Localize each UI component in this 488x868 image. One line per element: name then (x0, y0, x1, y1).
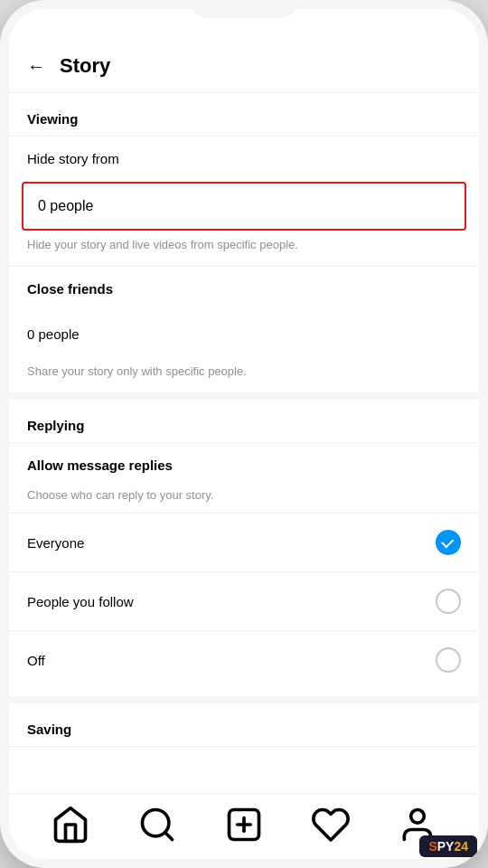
close-friends-heading: Close friends (9, 267, 479, 312)
nav-heart[interactable] (311, 805, 351, 844)
content-area: Viewing Hide story from 0 people Hide yo… (9, 93, 479, 793)
hide-story-heading: Hide story from (9, 137, 479, 182)
heart-icon (311, 805, 351, 844)
home-icon (51, 805, 90, 844)
radio-off-circle (436, 647, 461, 673)
radio-off-label: Off (27, 653, 45, 668)
spy24-badge: SPY24 (419, 835, 477, 857)
hide-story-people-box[interactable]: 0 people (22, 182, 466, 231)
radio-off[interactable]: Off (9, 631, 479, 689)
radio-people-follow-circle (436, 589, 461, 614)
radio-everyone[interactable]: Everyone (9, 514, 479, 571)
radio-everyone-circle (436, 530, 461, 555)
radio-everyone-label: Everyone (27, 535, 84, 551)
bottom-navigation (9, 793, 479, 859)
page-title: Story (60, 54, 110, 78)
close-friends-people[interactable]: 0 people (9, 312, 479, 357)
nav-search[interactable] (137, 805, 177, 844)
search-icon (137, 805, 177, 844)
app-header: ← Story (9, 9, 479, 93)
close-friends-sublabel: Share your story only with specific peop… (9, 357, 479, 392)
radio-people-follow-label: People you follow (27, 594, 134, 609)
radio-people-you-follow[interactable]: People you follow (9, 572, 479, 630)
allow-message-replies-heading: Allow message replies (9, 443, 479, 488)
replying-section-header: Replying (9, 400, 479, 442)
allow-replies-sublabel: Choose who can reply to your story. (9, 488, 479, 513)
hide-story-sublabel: Hide your story and live videos from spe… (9, 231, 479, 266)
nav-home[interactable] (51, 805, 90, 844)
svg-line-1 (165, 833, 173, 840)
add-icon (224, 805, 264, 844)
nav-add[interactable] (224, 805, 264, 844)
viewing-section-header: Viewing (9, 93, 479, 136)
svg-point-5 (411, 810, 425, 824)
back-button[interactable]: ← (27, 56, 45, 77)
saving-section-header: Saving (9, 703, 479, 746)
